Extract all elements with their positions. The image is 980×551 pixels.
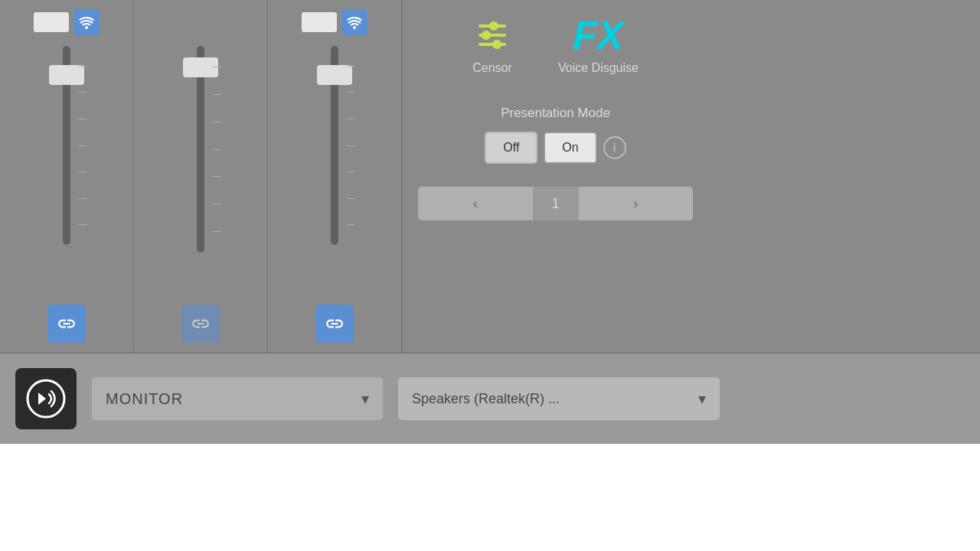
svg-point-5: [492, 40, 501, 49]
fader-1-top: [34, 9, 100, 35]
fader-2-ticks: [212, 40, 221, 259]
speakers-dropdown-label: Speakers (Realtek(R) ...: [412, 391, 560, 407]
presentation-info-btn[interactable]: i: [603, 136, 626, 159]
fader-3-top: [302, 9, 368, 35]
monitor-icon-box: [15, 368, 77, 429]
svg-point-3: [482, 31, 491, 40]
fx-text: FX: [573, 15, 623, 55]
monitor-dropdown-arrow: ▾: [361, 390, 369, 408]
fader-1-thumb: [34, 12, 69, 32]
fader-channel-3: [268, 0, 402, 352]
censor-label: Censor: [472, 61, 512, 75]
svg-marker-7: [38, 393, 46, 405]
bottom-bar: MONITOR ▾ Speakers (Realtek(R) ... ▾: [0, 352, 980, 444]
presentation-off-btn[interactable]: Off: [485, 132, 537, 164]
fader-channel-1: [0, 0, 134, 352]
mixer-area: Censor FX Voice Disguise Presentation Mo…: [0, 0, 980, 352]
pagination-row: ‹ 1 ›: [418, 187, 693, 220]
fader-3-thumb: [302, 12, 337, 32]
fader-1-rail: [63, 46, 70, 245]
voice-disguise-item: FX Voice Disguise: [558, 15, 639, 75]
link-icon: [191, 314, 211, 334]
fader-1-link-btn[interactable]: [47, 305, 86, 343]
fader-2-rail: [197, 46, 204, 253]
monitor-dropdown-label: MONITOR: [106, 390, 183, 408]
fader-channel-2: [134, 0, 268, 352]
fader-3-link-btn[interactable]: [315, 305, 354, 343]
page-next-btn[interactable]: ›: [579, 187, 694, 220]
page-number: 1: [533, 187, 579, 220]
censor-item: Censor: [472, 15, 512, 75]
monitor-dropdown[interactable]: MONITOR ▾: [92, 377, 383, 420]
voice-disguise-label: Voice Disguise: [558, 61, 639, 75]
fader-3-ticks: [346, 40, 355, 251]
speakers-dropdown[interactable]: Speakers (Realtek(R) ... ▾: [398, 377, 720, 420]
link-icon: [325, 314, 345, 334]
bottom-white-area: [0, 444, 980, 536]
fader-3-wireless-btn[interactable]: [341, 9, 368, 35]
censor-icon: [472, 15, 512, 55]
presentation-mode-title: Presentation Mode: [418, 106, 693, 121]
presentation-section: Presentation Mode Off On i ‹ 1 ›: [418, 106, 693, 220]
page-prev-btn[interactable]: ‹: [418, 187, 533, 220]
wireless-icon: [78, 15, 95, 29]
fader-1-ticks: [78, 40, 87, 251]
info-symbol: i: [613, 142, 616, 154]
speaker-monitor-icon: [26, 379, 66, 419]
right-panel: Censor FX Voice Disguise Presentation Mo…: [402, 0, 708, 352]
speakers-dropdown-arrow: ▾: [698, 390, 706, 408]
link-icon: [57, 314, 77, 334]
svg-point-1: [489, 21, 498, 31]
presentation-on-btn[interactable]: On: [544, 132, 596, 164]
fader-1-wireless-btn[interactable]: [74, 9, 100, 35]
wireless-icon: [346, 15, 363, 29]
effects-row: Censor FX Voice Disguise: [472, 15, 639, 75]
fader-2-link-btn[interactable]: [181, 305, 220, 343]
fader-3-rail: [331, 46, 338, 245]
presentation-controls: Off On i: [418, 132, 693, 164]
